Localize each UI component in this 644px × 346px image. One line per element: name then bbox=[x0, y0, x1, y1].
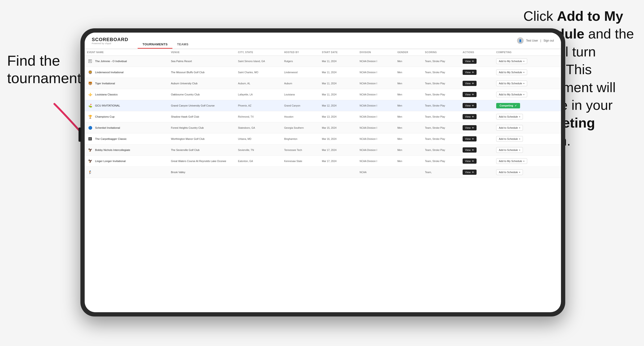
col-header-scoring: SCORING bbox=[423, 49, 460, 56]
col-header-competing: COMPETING bbox=[494, 49, 561, 56]
division: NCAA Division I bbox=[360, 160, 377, 163]
event-name-cell: 🐯 Tiger Invitational bbox=[87, 80, 166, 86]
col-header-event: EVENT NAME bbox=[85, 49, 169, 56]
venue: Grand Canyon University Golf Course bbox=[171, 104, 215, 107]
team-logo: 🦁 bbox=[87, 69, 93, 75]
view-button[interactable]: View 👁 bbox=[462, 70, 476, 75]
add-to-schedule-button[interactable]: Add to Schedule + bbox=[496, 125, 523, 131]
team-logo: 🦅 bbox=[87, 147, 93, 153]
add-to-schedule-button[interactable]: Add to My Schedule + bbox=[496, 81, 527, 86]
eye-icon: 👁 bbox=[472, 116, 474, 118]
check-icon: ✓ bbox=[515, 104, 517, 107]
tab-teams[interactable]: TEAMS bbox=[172, 41, 193, 49]
event-name: Linger Longer Invitational bbox=[95, 160, 126, 163]
venue: Sea Palms Resort bbox=[171, 60, 192, 63]
view-button[interactable]: View 👁 bbox=[462, 114, 476, 119]
hosted-by: Tennessee Tech bbox=[284, 149, 302, 151]
eye-icon: 👁 bbox=[472, 160, 474, 163]
sign-out-link[interactable]: Sign out bbox=[544, 39, 554, 42]
add-to-schedule-button[interactable]: Add to My Schedule + bbox=[496, 69, 527, 75]
tablet-screen: SCOREBOARD Powered by clippd TOURNAMENTS… bbox=[85, 33, 561, 312]
view-button[interactable]: View 👁 bbox=[462, 136, 476, 142]
plus-icon: + bbox=[523, 160, 524, 163]
add-to-schedule-button[interactable]: Add to Schedule + bbox=[496, 147, 523, 153]
gender: Men bbox=[397, 160, 402, 163]
hosted-by: Binghamton bbox=[284, 138, 297, 140]
table-row: 🦅 Bobby Nichols Intercollegiate The Sevi… bbox=[85, 145, 561, 156]
col-header-gender: GENDER bbox=[395, 49, 423, 56]
division: NCAA Division I bbox=[360, 149, 377, 151]
division: NCAA Division I bbox=[360, 138, 377, 140]
tablet-side-button bbox=[78, 128, 81, 142]
view-button[interactable]: View 👁 bbox=[462, 103, 476, 108]
competing-button[interactable]: Competing ✓ bbox=[496, 103, 520, 108]
team-logo: 🅁 bbox=[87, 58, 93, 64]
scoring: Team, Stroke Play bbox=[425, 71, 445, 74]
event-name-cell: 🦅 Linger Longer Invitational bbox=[87, 158, 166, 164]
add-to-schedule-button[interactable]: Add to Schedule + bbox=[496, 114, 523, 120]
table-row: 🦅 Linger Longer Invitational Great Water… bbox=[85, 156, 561, 167]
add-to-schedule-button[interactable]: Add to Schedule + bbox=[496, 136, 523, 142]
view-button[interactable]: View 👁 bbox=[462, 147, 476, 153]
logo-sub: Powered by clippd bbox=[92, 42, 128, 45]
team-logo: 🏆 bbox=[87, 114, 93, 120]
event-name: Tiger Invitational bbox=[95, 82, 115, 85]
add-to-schedule-button[interactable]: Add to My Schedule + bbox=[496, 58, 527, 64]
hosted-by: Rutgers bbox=[284, 60, 293, 63]
start-date: Mar 13, 2024 bbox=[322, 115, 336, 118]
plus-icon: + bbox=[519, 126, 520, 129]
event-name-cell: 🅁 The Johnnie - O Individual bbox=[87, 58, 166, 64]
plus-icon: + bbox=[519, 171, 520, 173]
event-name-cell: 🏆 Champions Cup bbox=[87, 114, 166, 120]
view-button[interactable]: View 👁 bbox=[462, 59, 476, 64]
eye-icon: 👁 bbox=[472, 104, 474, 107]
view-button[interactable]: View 👁 bbox=[462, 125, 476, 130]
add-to-schedule-button[interactable]: Add to My Schedule + bbox=[496, 158, 527, 164]
event-name: The Johnnie - O Individual bbox=[95, 60, 127, 63]
table-row: 🅁 The Johnnie - O Individual Sea Palms R… bbox=[85, 56, 561, 67]
avatar: 👤 bbox=[517, 37, 524, 44]
tab-tournaments[interactable]: TOURNAMENTS bbox=[138, 41, 172, 49]
view-button[interactable]: View 👁 bbox=[462, 170, 476, 175]
venue: Brook Valley bbox=[171, 171, 186, 173]
gender: Men bbox=[397, 104, 402, 107]
hosted-by: Louisiana bbox=[284, 93, 295, 96]
scoring: Team, Stroke Play bbox=[425, 60, 445, 63]
gender: Men bbox=[397, 93, 402, 96]
city-state: Eatonton, GA bbox=[238, 160, 253, 163]
division: NCAA Division I bbox=[360, 126, 377, 129]
table-header-row: EVENT NAME VENUE CITY, STATE HOSTED BY S… bbox=[85, 49, 561, 56]
venue: Oakbourne Country Club bbox=[171, 93, 200, 96]
division: NCAA Division I bbox=[360, 104, 377, 107]
start-date: Mar 12, 2024 bbox=[322, 104, 336, 107]
col-header-actions: ACTIONS bbox=[460, 49, 494, 56]
table-row: 🔵 Schenkel Invitational Forest Heights C… bbox=[85, 122, 561, 134]
eye-icon: 👁 bbox=[472, 93, 474, 96]
scoring: Team, Stroke Play bbox=[425, 93, 445, 96]
header-right: 👤 Test User | Sign out bbox=[517, 37, 554, 44]
hosted-by: Auburn bbox=[284, 82, 292, 85]
view-button[interactable]: View 👁 bbox=[462, 92, 476, 97]
hosted-by: Georgia Southern bbox=[284, 126, 304, 129]
scoring: Team, Stroke Play bbox=[425, 104, 445, 107]
city-state: Auburn, AL bbox=[238, 82, 250, 85]
city-state: Saint Charles, MO bbox=[238, 71, 258, 74]
app-header: SCOREBOARD Powered by clippd TOURNAMENTS… bbox=[85, 33, 561, 49]
logo-text: SCOREBOARD bbox=[92, 37, 128, 42]
view-button[interactable]: View 👁 bbox=[462, 159, 476, 164]
plus-icon: + bbox=[523, 60, 524, 63]
view-button[interactable]: View 👁 bbox=[462, 81, 476, 86]
add-to-schedule-button[interactable]: Add to Schedule + bbox=[496, 169, 523, 175]
gender: Men bbox=[397, 149, 402, 151]
event-name-cell: 🦅 Bobby Nichols Intercollegiate bbox=[87, 147, 166, 153]
scoring: Team, Stroke Play bbox=[425, 126, 445, 129]
scoring: Team, Stroke Play bbox=[425, 82, 445, 85]
add-to-schedule-button[interactable]: Add to My Schedule + bbox=[496, 92, 527, 97]
eye-icon: 👁 bbox=[472, 149, 474, 151]
event-name-cell: 🅱 The Carpetbagger Classic bbox=[87, 136, 166, 142]
start-date: Mar 17, 2024 bbox=[322, 149, 336, 151]
start-date: Mar 11, 2024 bbox=[322, 82, 336, 85]
venue: The Missouri Bluffs Golf Club bbox=[171, 71, 204, 74]
division: NCAA bbox=[360, 171, 366, 173]
user-name: Test User bbox=[526, 39, 538, 42]
